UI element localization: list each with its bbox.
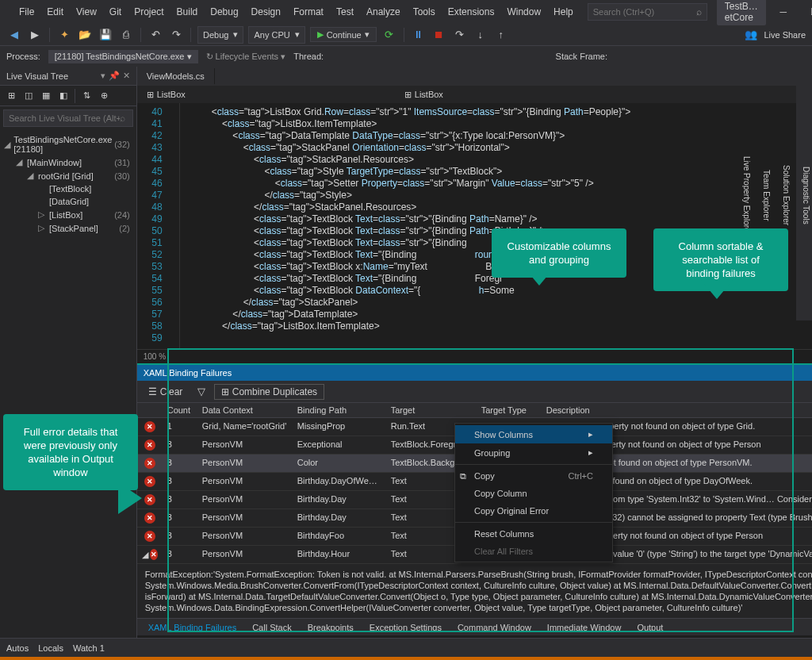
back-icon[interactable]: ◀ [6,27,22,43]
save-all-icon[interactable]: ⎙ [118,27,134,43]
menu-design[interactable]: Design [245,3,287,21]
column-header[interactable]: Target [386,403,477,417]
new-icon[interactable]: ✦ [56,27,72,43]
context-menu-item[interactable]: Copy Original Error [455,502,612,520]
side-tab[interactable]: Live Property Explorer [741,153,753,238]
stop-icon[interactable]: ⏹ [431,27,447,43]
tool-icon[interactable]: ⇅ [79,88,94,104]
menu-project[interactable]: Project [128,3,170,21]
combine-duplicates-button[interactable]: ⊞ Combine Duplicates [214,384,324,400]
sub-tab[interactable]: ⊞ ListBox [398,88,450,102]
open-icon[interactable]: 📂 [77,27,93,43]
menu-build[interactable]: Build [170,3,205,21]
menu-view[interactable]: View [70,3,103,21]
menu-git[interactable]: Git [103,3,128,21]
context-menu-item[interactable]: Grouping▸ [455,443,612,462]
tree-item[interactable]: [TextBlock] [0,182,136,195]
panel-title: Live Visual Tree [6,71,68,81]
global-search[interactable]: ⌕ [588,3,707,21]
menu-file[interactable]: File [13,3,40,21]
column-header[interactable]: Target Type [477,403,542,417]
bottom-tab[interactable]: Output [629,620,671,635]
tree-item[interactable]: [DataGrid] [0,195,136,208]
side-tab[interactable]: Diagnostic Tools [800,163,812,228]
bottom-tab[interactable]: Command Window [450,620,539,635]
bottom-tab[interactable]: Exception Settings [362,620,450,635]
lvt-search[interactable]: ⌕ [3,109,133,127]
context-menu-item[interactable]: Reset Columns [455,525,612,543]
tool-icon[interactable]: ▦ [38,88,54,104]
zoom-level[interactable]: 100 % [144,352,166,361]
tree-item[interactable]: ▷[ListBox](24) [0,208,136,221]
autos-tab[interactable]: Watch 1 [73,643,105,653]
solution-title: TestB…etCore [717,0,766,25]
process-label: Process: [6,52,40,61]
autos-tab[interactable]: Autos [6,643,29,653]
sub-tab[interactable]: ⊞ ListBox [140,88,192,102]
tree-item[interactable]: ◢TestBindingsNetCore.exe [21180](32) [0,133,136,155]
tree-item[interactable]: ◢rootGrid [Grid](30) [0,169,136,182]
visual-tree[interactable]: ◢TestBindingsNetCore.exe [21180](32)◢[Ma… [0,130,136,238]
tool-icon[interactable]: ◫ [21,88,36,104]
context-menu-item[interactable]: ⧉CopyCtrl+C [455,467,612,485]
step-out-icon[interactable]: ↑ [493,27,509,43]
step-into-icon[interactable]: ↓ [473,27,488,43]
context-menu-item[interactable]: Copy Column [455,485,612,502]
side-tab[interactable]: Solution Explorer [780,162,792,228]
live-visual-tree-panel: Live Visual Tree ▾ 📌 ✕ ⊞ ◫ ▦ ◧ ⇅ ⊕ ⌕ ◢Te… [0,67,137,638]
file-tab[interactable]: ViewModels.cs [137,68,215,84]
debug-location-toolbar: Process: [21180] TestBindingsNetCore.exe… [0,46,812,67]
menu-help[interactable]: Help [547,3,580,21]
clear-button[interactable]: ☰ Clear [142,385,190,399]
continue-button[interactable]: ▶Continue▾ [310,27,377,42]
stackframe-label: Stack Frame: [556,52,607,61]
tool-icon[interactable]: ⊕ [96,88,112,104]
column-header[interactable]: Data Context [197,403,293,417]
bottom-tab[interactable]: Breakpoints [300,620,362,635]
callout: Column sortable & searchable list of bin… [653,228,788,291]
platform-combo[interactable]: Any CPU▾ [248,26,304,44]
forward-icon[interactable]: ▶ [27,27,43,43]
liveshare-label[interactable]: Live Share [764,30,806,40]
search-input[interactable] [593,7,696,17]
menu-edit[interactable]: Edit [40,3,70,21]
lifecycle-label[interactable]: ↻ Lifecycle Events ▾ [206,52,286,62]
menu-analyze[interactable]: Analyze [360,3,407,21]
column-header[interactable]: Binding Path [293,403,386,417]
step-over-icon[interactable]: ↷ [452,27,468,43]
redo-icon[interactable]: ↷ [168,27,184,43]
save-icon[interactable]: 💾 [98,27,113,43]
break-icon[interactable]: ⏸ [411,27,427,43]
process-combo[interactable]: [21180] TestBindingsNetCore.exe ▾ [48,50,198,63]
pin-icon[interactable]: 📌 [109,71,120,81]
menu-debug[interactable]: Debug [204,3,244,21]
column-header[interactable]: Count [163,403,197,417]
side-tab[interactable]: Team Explorer [760,167,772,224]
config-combo[interactable]: Debug▾ [197,26,243,44]
autos-tab[interactable]: Locals [38,643,63,653]
menu-format[interactable]: Format [287,3,330,21]
undo-icon[interactable]: ↶ [147,27,163,43]
menu-tools[interactable]: Tools [407,3,442,21]
menu-test[interactable]: Test [330,3,360,21]
error-details: FormatException:'System.FormatException:… [137,564,812,618]
liveshare-icon[interactable]: 👥 [743,27,759,43]
maximize-button[interactable]: ☐ [799,2,812,22]
minimize-button[interactable]: ─ [768,2,799,22]
dropdown-icon[interactable]: ▾ [101,71,105,81]
tool-icon[interactable]: ⊞ [3,88,19,104]
bottom-tab[interactable]: Immediate Window [539,620,630,635]
column-header[interactable]: Description [542,403,812,417]
tree-item[interactable]: ▷[StackPanel](2) [0,221,136,235]
tree-item[interactable]: ◢[MainWindow](31) [0,155,136,169]
menu-window[interactable]: Window [500,3,547,21]
close-icon[interactable]: ✕ [123,71,130,81]
bottom-tab[interactable]: Call Stack [244,620,300,635]
context-menu-item[interactable]: Show Columns▸ [455,425,612,443]
bottom-tab[interactable]: XAML Binding Failures [140,620,244,635]
menu-extensions[interactable]: Extensions [442,3,501,21]
filter-icon[interactable]: ▽ [193,384,209,400]
tool-icon[interactable]: ◧ [56,88,71,104]
restart-icon[interactable]: ⟳ [381,27,397,43]
context-menu[interactable]: Show Columns▸Grouping▸⧉CopyCtrl+CCopy Co… [454,423,613,562]
